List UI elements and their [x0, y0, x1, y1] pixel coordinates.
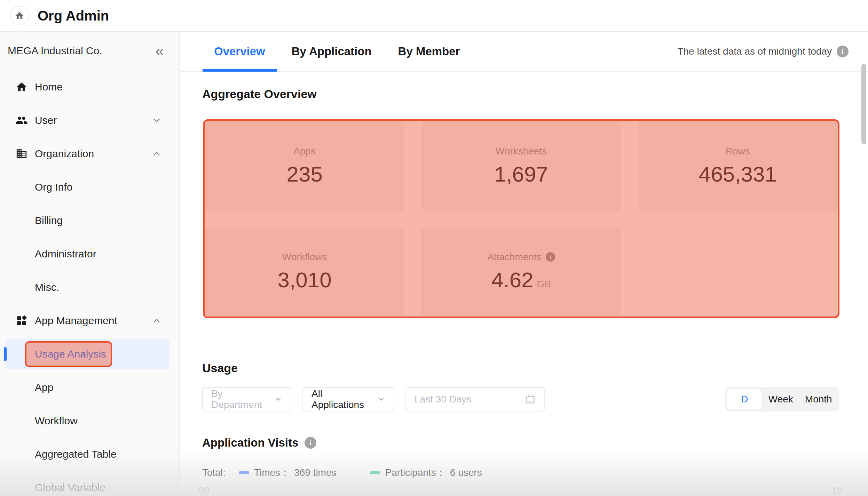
sidebar-item-label: App	[35, 382, 53, 393]
users-icon	[14, 113, 29, 128]
stat-unit: GB	[537, 279, 551, 290]
stat-card-worksheets: Worksheets 1,697	[421, 121, 621, 211]
sidebar: MEGA Industrial Co. « Home User Organiza…	[0, 32, 180, 496]
sidebar-item-aggregated-table[interactable]: Aggregated Table	[0, 438, 179, 471]
participants-series-dash	[370, 471, 380, 474]
data-freshness-note: The latest data as of midnight today i	[677, 46, 868, 57]
sidebar-item-label: Organization	[35, 148, 94, 160]
sidebar-item-label: User	[35, 114, 57, 126]
sidebar-item-label: Aggregated Table	[35, 448, 117, 460]
tab-by-member[interactable]: By Member	[398, 32, 460, 71]
sidebar-item-label: Administrator	[35, 248, 96, 260]
sidebar-item-app[interactable]: App	[0, 371, 179, 404]
stat-value: 4.62	[491, 267, 534, 292]
main-content: Overview By Application By Member The la…	[181, 32, 868, 496]
sidebar-item-label: App Management	[35, 315, 117, 327]
sidebar-item-home[interactable]: Home	[0, 70, 179, 104]
home-button[interactable]	[10, 6, 29, 25]
department-filter-value: By Department	[211, 388, 274, 410]
stat-card-apps: Apps 235	[205, 121, 404, 211]
application-visits-heading: Application Visits	[202, 436, 298, 450]
participants-label: Participants：	[385, 466, 446, 479]
stat-value: 1,697	[494, 162, 548, 186]
page-title: Org Admin	[38, 8, 109, 24]
sidebar-item-org-info[interactable]: Org Info	[0, 170, 179, 204]
stat-card-attachments: Attachments i 4.62 GB	[421, 227, 621, 317]
times-value: 369 times	[294, 467, 336, 478]
sidebar-item-administrator[interactable]: Administrator	[0, 237, 179, 271]
aggregate-overview-heading: Aggregate Overview	[202, 87, 317, 101]
legend-total-label: Total:	[202, 467, 226, 478]
chevron-down-icon	[377, 395, 385, 403]
vertical-scrollbar[interactable]	[861, 64, 866, 144]
sidebar-item-workflow[interactable]: Workflow	[0, 404, 179, 438]
participants-value: 6 users	[450, 467, 482, 478]
axis-label-right: 10	[832, 486, 842, 496]
sidebar-item-global-variable[interactable]: Global Variable	[0, 471, 179, 496]
axis-label-left: 90	[199, 486, 209, 496]
sidebar-header: MEGA Industrial Co. «	[0, 32, 179, 70]
sidebar-item-label: Misc.	[35, 281, 59, 293]
period-option-day[interactable]: D	[727, 389, 762, 410]
stat-label: Worksheets	[496, 146, 547, 157]
application-visits-heading-row: Application Visits i	[202, 436, 316, 450]
usage-heading: Usage	[202, 361, 238, 375]
stats-grid: Apps 235 Worksheets 1,697 Rows 465,331 W…	[205, 121, 838, 317]
org-name: MEGA Industrial Co.	[8, 45, 156, 57]
data-freshness-text: The latest data as of midnight today	[677, 46, 832, 57]
empty-grid-cell	[638, 227, 838, 317]
application-filter-value: All Applications	[311, 388, 377, 410]
stat-value-row: 4.62 GB	[491, 267, 551, 292]
chart-gridline	[215, 490, 826, 491]
sidebar-item-organization[interactable]: Organization	[0, 137, 179, 170]
tab-by-application[interactable]: By Application	[292, 32, 372, 71]
chevron-down-icon[interactable]	[151, 115, 162, 126]
sidebar-item-app-management[interactable]: App Management	[0, 304, 179, 337]
sidebar-item-misc[interactable]: Misc.	[0, 271, 179, 304]
stat-label: Rows	[726, 146, 750, 157]
calendar-icon	[525, 394, 536, 405]
period-option-month[interactable]: Month	[800, 389, 838, 410]
tab-overview[interactable]: Overview	[214, 32, 265, 71]
stat-value: 235	[286, 162, 322, 186]
stat-label-row: Attachments i	[487, 251, 555, 263]
sidebar-item-label: Global Variable	[35, 482, 105, 494]
top-header-bar: Org Admin	[0, 0, 868, 32]
info-icon[interactable]: i	[546, 252, 555, 262]
chevron-down-icon	[274, 395, 282, 403]
application-filter-dropdown[interactable]: All Applications	[302, 387, 394, 411]
sidebar-item-label: Home	[35, 81, 63, 93]
usage-filters: By Department All Applications Last 30 D…	[202, 387, 545, 411]
org-admin-window: Org Admin MEGA Industrial Co. « Home Use…	[0, 0, 868, 496]
stat-card-rows: Rows 465,331	[638, 121, 838, 211]
chart-axis-strip: 90 10	[199, 485, 842, 496]
sidebar-item-label: Billing	[35, 215, 63, 226]
sidebar-item-billing[interactable]: Billing	[0, 204, 179, 237]
stat-value: 465,331	[699, 162, 777, 186]
stat-label: Attachments	[487, 251, 542, 263]
period-option-week[interactable]: Week	[762, 389, 800, 410]
department-filter-dropdown[interactable]: By Department	[202, 387, 291, 411]
stat-card-workflows: Workflows 3,010	[205, 227, 404, 317]
sidebar-item-label: Usage Analysis	[35, 348, 106, 360]
sidebar-item-user[interactable]: User	[0, 104, 179, 137]
home-icon	[14, 79, 29, 95]
home-icon	[15, 11, 24, 21]
tab-bar: Overview By Application By Member The la…	[181, 32, 868, 72]
info-icon[interactable]: i	[837, 46, 849, 57]
sidebar-item-usage-analysis[interactable]: Usage Analysis	[0, 337, 179, 371]
legend-item-participants: Participants： 6 users	[370, 466, 482, 479]
times-series-dash	[239, 471, 249, 474]
date-range-filter[interactable]: Last 30 Days	[405, 387, 545, 411]
sidebar-collapse-icon[interactable]: «	[156, 43, 164, 58]
chevron-up-icon[interactable]	[151, 315, 162, 326]
stat-label: Workflows	[282, 251, 327, 263]
chevron-up-icon[interactable]	[151, 149, 162, 159]
period-toggle: D Week Month	[725, 387, 839, 411]
chart-legend: Total: Times： 369 times Participants： 6 …	[202, 466, 482, 479]
info-icon[interactable]: i	[305, 437, 316, 449]
building-icon	[14, 146, 29, 161]
apps-icon	[14, 313, 29, 328]
date-range-value: Last 30 Days	[415, 394, 471, 405]
stats-panel-highlight-overlay: Apps 235 Worksheets 1,697 Rows 465,331 W…	[203, 119, 839, 318]
